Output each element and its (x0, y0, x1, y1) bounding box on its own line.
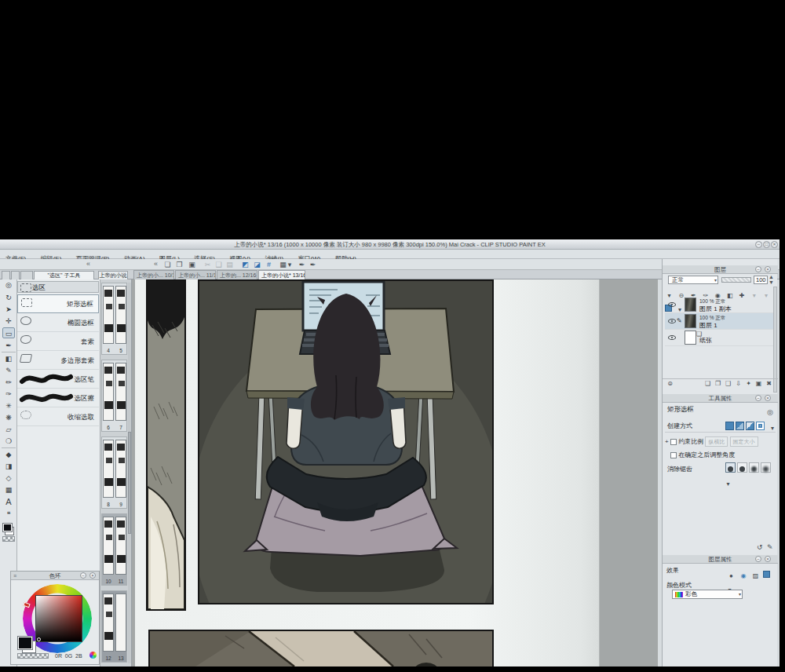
page-thumb[interactable] (115, 286, 126, 344)
zoom-tool[interactable]: ◎ (2, 279, 15, 290)
opacity-spin-down[interactable]: ▼ (769, 280, 774, 285)
delete-layer-icon[interactable]: ✖ (765, 379, 773, 388)
frame-border-tool[interactable]: ▦ (2, 484, 15, 495)
tool-property-minimize-icon[interactable]: − (755, 395, 761, 401)
panel-menu-icon[interactable]: ⊜ (666, 379, 674, 388)
page-thumb-current[interactable] (115, 593, 126, 652)
layer-thumbnail[interactable] (685, 314, 696, 328)
page-thumb[interactable] (103, 440, 114, 498)
layers-scrollbar[interactable] (773, 287, 777, 393)
page-thumb[interactable] (115, 440, 126, 498)
document-tab-13-active[interactable]: 上帝的小说* 13/16 × (258, 270, 305, 279)
move-tool[interactable]: ✛ (2, 316, 15, 327)
layer-visible-icon[interactable] (668, 335, 676, 340)
pen-tool[interactable]: ✎ (2, 365, 15, 376)
snap-ruler-icon[interactable]: ◩ (240, 260, 250, 269)
spread-12-13-current[interactable]: 12 13 (101, 590, 127, 663)
page-manager-scrollbar[interactable] (128, 283, 131, 663)
subtool-lasso[interactable]: 套索 (17, 332, 99, 351)
page-thumb[interactable] (115, 517, 126, 575)
transfer-down-icon[interactable]: ⇩ (734, 379, 743, 388)
subtool-polyline[interactable]: 多边形套索 (17, 351, 99, 370)
page-thumb[interactable] (103, 363, 114, 421)
correction-pen2-icon[interactable]: ✒ (308, 260, 318, 269)
tone-sphere-icon[interactable]: ◉ (739, 572, 747, 580)
create-mode-new-icon[interactable] (725, 422, 734, 430)
snap-special-ruler-icon[interactable]: ◪ (252, 260, 262, 269)
decoration-tool[interactable]: ❋ (2, 412, 15, 423)
expander-icon[interactable]: + (665, 438, 669, 445)
layers-minimize-icon[interactable]: − (755, 266, 761, 272)
save-icon[interactable]: ▣ (187, 260, 197, 269)
spread-4-5[interactable]: 4 5 (101, 283, 127, 355)
layer-mask-icon[interactable]: ▣ (754, 379, 763, 388)
opacity-slider[interactable] (721, 277, 751, 283)
extract-line-icon[interactable] (763, 571, 770, 578)
ruler-menu-arrow-icon[interactable]: ▾ (287, 260, 293, 269)
fill-tool[interactable]: ◆ (2, 449, 15, 460)
aa-none-icon[interactable] (725, 462, 736, 473)
canvas-workspace[interactable]: 腾讯动漫 (132, 279, 658, 667)
color-wheel-minimize-icon[interactable]: − (80, 572, 86, 579)
layer-row-copy[interactable]: 100 % 正常 图层 1 副本 (665, 297, 773, 313)
subtool-ellipse-marquee[interactable]: 椭圆选框 (17, 313, 99, 332)
aspect-checkbox[interactable] (670, 439, 677, 445)
layer-row-current[interactable]: ✎ 100 % 正常 图层 1 (665, 313, 773, 330)
subtool-rect-marquee[interactable]: 矩形选框 (17, 294, 99, 313)
reset-tool-icon[interactable]: ↺ (757, 543, 763, 551)
blend-mode-dropdown[interactable]: 正常▾ (668, 276, 718, 284)
duplicate-layer-icon[interactable]: ❑ (724, 379, 732, 388)
layer-visible-icon[interactable] (668, 319, 676, 323)
transparent-swatch[interactable] (17, 653, 49, 659)
title-bar[interactable]: 上帝的小说* 13/16 (1000 x 10000 像素 装订大小 980 x… (0, 239, 780, 250)
create-mode-select-icon[interactable] (756, 422, 765, 430)
blend-tool[interactable]: ❍ (2, 436, 15, 447)
tool-panel-tab-2[interactable] (11, 271, 20, 279)
subtool-shrink-selection[interactable]: 收缩选取 (17, 407, 99, 426)
foreground-color-swatch[interactable] (2, 523, 13, 532)
aa-weak-icon[interactable] (737, 462, 747, 473)
document-tab-12[interactable]: 上帝的... 12/16 × (217, 270, 257, 279)
minimize-button[interactable]: – (755, 241, 762, 248)
aa-medium-icon[interactable] (749, 462, 759, 473)
color-wheel-close-icon[interactable]: × (89, 572, 96, 579)
spread-6-7[interactable]: 6 7 (101, 360, 127, 432)
maximize-button[interactable]: □ (763, 241, 770, 248)
pencil-tool[interactable]: ✏ (2, 377, 15, 388)
open-icon[interactable]: ❐ (174, 260, 184, 269)
layer-thumbnail[interactable] (685, 298, 696, 312)
airbrush-tool[interactable]: ✳ (2, 400, 15, 411)
scrollbar-thumb[interactable] (128, 432, 131, 534)
main-color-swatch[interactable] (17, 636, 33, 650)
layer-row-paper[interactable]: ❏ 纸张 (665, 330, 773, 346)
document-tab-11[interactable]: 上帝的小... 11/16 × (175, 270, 216, 279)
paper-thumbnail[interactable] (685, 331, 696, 345)
new-page-icon[interactable]: ❏ (162, 260, 173, 269)
color-mode-dropdown[interactable]: 彩色 ▾ (672, 590, 743, 599)
correction-pen-icon[interactable]: ✒ (297, 260, 307, 269)
spread-8-9[interactable]: 8 9 (101, 436, 127, 509)
text-tool[interactable]: A (2, 496, 15, 507)
tool-panel-tab-1[interactable] (2, 271, 10, 279)
page-thumb[interactable] (103, 517, 114, 575)
page-thumb[interactable] (103, 286, 114, 344)
balloon-tool[interactable]: ❝ (2, 509, 15, 520)
subtool-panel-tab[interactable]: "选区" 子工具 (34, 271, 94, 279)
gradient-map-tool[interactable]: ◧ (2, 353, 15, 364)
page-thumb[interactable] (115, 363, 126, 421)
aa-dropdown-icon[interactable]: ▾ (725, 480, 731, 488)
rotate-canvas-tool[interactable]: ↻ (2, 292, 15, 303)
layer-property-close-icon[interactable]: × (765, 556, 771, 562)
document-tab-10[interactable]: 上帝的小... 10/16 × (133, 270, 174, 279)
border-effect-icon[interactable]: ● (727, 572, 736, 580)
spread-10-11[interactable]: 10 11 (101, 513, 127, 586)
transparent-color-swatch[interactable] (2, 536, 15, 542)
liner-tool[interactable]: ✒ (2, 340, 15, 351)
aa-strong-icon[interactable] (761, 462, 771, 473)
layers-close-icon[interactable]: × (765, 266, 771, 272)
tool-property-close-icon[interactable]: × (765, 395, 771, 401)
subtool-selection-pen[interactable]: 选区笔 (17, 370, 99, 389)
layer-property-minimize-icon[interactable]: − (755, 556, 761, 562)
snap-grid-icon[interactable]: # (264, 260, 274, 269)
angle-checkbox[interactable] (670, 452, 677, 458)
